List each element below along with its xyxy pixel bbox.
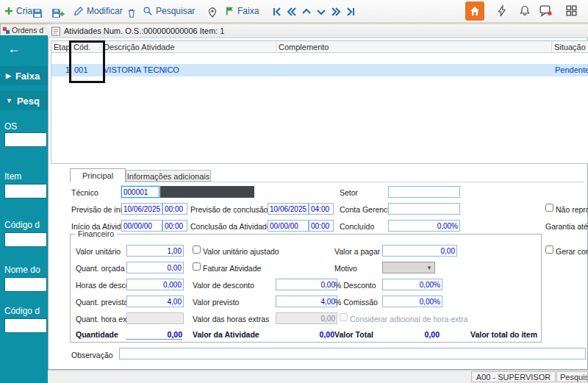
- motivo-select[interactable]: ▼: [382, 262, 435, 273]
- observacao-input[interactable]: [119, 348, 586, 359]
- status-bar: A00 - SUPERVISOR Pesquisar: [48, 370, 588, 383]
- valor-desconto-input[interactable]: [276, 279, 337, 290]
- nav-previous-button[interactable]: [285, 4, 298, 19]
- observacao-label: Observação: [71, 351, 113, 359]
- quantidade-value: 0,00: [126, 330, 182, 340]
- atividades-grid: Etapa Cód. Descrição Atividade Complemen…: [51, 40, 588, 164]
- col-header-complemento[interactable]: Complemento: [276, 41, 552, 53]
- col-header-situacao[interactable]: Situação: [552, 41, 588, 53]
- criar-button[interactable]: Criar: [4, 2, 35, 20]
- pin-icon: [207, 7, 218, 18]
- pct-comissao-label: % Comissão: [334, 298, 378, 307]
- nav-next-button[interactable]: [329, 4, 343, 19]
- quant-prevista-input[interactable]: [126, 296, 184, 307]
- horas-desconto-input[interactable]: [126, 279, 184, 290]
- save-button[interactable]: [32, 4, 43, 22]
- col-header-etapa[interactable]: Etapa: [51, 41, 71, 53]
- os-input[interactable]: [4, 132, 47, 147]
- col-header-cod[interactable]: Cód.: [71, 41, 101, 53]
- back-arrow-icon[interactable]: ←: [7, 41, 21, 57]
- conta-gerencial-input[interactable]: [388, 203, 460, 215]
- tecnico-label: Técnico: [71, 188, 98, 197]
- pesquisar-button[interactable]: Pesquisar: [143, 2, 195, 20]
- pesquisar-label: Pesquisar: [156, 6, 195, 16]
- nao-reprogramar-checkbox[interactable]: [545, 204, 553, 212]
- valor-unitario-ajustado-checkbox[interactable]: [193, 246, 201, 254]
- nav-up-button[interactable]: [300, 4, 313, 19]
- save-new-button[interactable]: [51, 4, 65, 22]
- valor-unitario-label: Valor unitário: [76, 247, 121, 256]
- apps-grid-button[interactable]: [565, 4, 578, 18]
- plus-icon: [4, 7, 13, 15]
- bell-icon: [519, 4, 531, 17]
- valor-a-pagar-input[interactable]: [382, 245, 457, 257]
- valor-previsto-input[interactable]: [276, 296, 337, 307]
- quant-prevista-label: Quant. prevista: [76, 298, 128, 307]
- record-nav-group: [270, 3, 357, 21]
- sidebar-pesquisa-label: Pesq: [17, 96, 40, 107]
- quick-access-button[interactable]: [496, 4, 508, 19]
- codigo1-input[interactable]: [4, 232, 47, 247]
- tab-principal[interactable]: Principal: [70, 168, 126, 182]
- pct-comissao-input[interactable]: [382, 296, 442, 307]
- item-label: Item: [4, 171, 21, 182]
- document-icon: [3, 27, 10, 34]
- valor-total-value: 0,00: [382, 330, 440, 339]
- garantia-ate-label: Garantia até: [545, 222, 588, 231]
- delete-button[interactable]: [126, 4, 137, 22]
- chat-button[interactable]: [539, 4, 552, 18]
- gerar-conta-checkbox[interactable]: [545, 246, 553, 254]
- valor-unitario-ajustado-label: Valor unitário ajustado: [203, 247, 279, 256]
- conclusao-atividade-time-input[interactable]: [309, 220, 334, 232]
- location-button[interactable]: [207, 4, 218, 21]
- form-icon: [51, 26, 60, 36]
- nav-first-button[interactable]: [270, 4, 284, 19]
- setor-input[interactable]: [388, 186, 460, 198]
- tecnico-input[interactable]: [121, 186, 159, 198]
- faturar-atividade-checkbox[interactable]: [193, 262, 201, 271]
- valor-a-pagar-label: Valor a pagar: [334, 247, 380, 256]
- codigo2-input[interactable]: [4, 318, 47, 333]
- inicio-atividade-time-input[interactable]: [162, 220, 187, 232]
- previsao-inicio-time-input[interactable]: [162, 203, 187, 215]
- notifications-button[interactable]: [519, 4, 531, 18]
- cell-situacao: Pendente: [555, 64, 588, 76]
- considerar-adicional-label: Considerar adicional de hora extra: [350, 315, 468, 323]
- conta-gerencial-label: Conta Gerencial: [340, 205, 395, 214]
- conclusao-atividade-date-input[interactable]: [268, 220, 309, 232]
- faixa-button[interactable]: Faixa: [225, 2, 259, 20]
- chevron-down-icon: ▼: [6, 97, 12, 104]
- pct-desconto-input[interactable]: [382, 279, 442, 290]
- cell-descricao: VISTORIA TECNICO: [104, 64, 276, 76]
- valor-horas-extras-input: [276, 312, 337, 324]
- cell-cod: 001: [74, 64, 101, 76]
- nome-input[interactable]: [4, 277, 47, 292]
- concluido-input[interactable]: [388, 220, 460, 232]
- inicio-atividade-date-input[interactable]: [121, 220, 162, 232]
- previsao-inicio-date-input[interactable]: [121, 203, 162, 215]
- previsao-conclusao-date-input[interactable]: [268, 203, 309, 215]
- valor-atividade-label: Valor da Atividade: [193, 330, 259, 339]
- cell-etapa: 1: [51, 64, 70, 76]
- previsao-conclusao-label: Previsão de conclusão: [190, 205, 268, 214]
- modificar-button[interactable]: Modificar: [74, 2, 123, 20]
- os-label: OS: [4, 121, 17, 132]
- main-toolbar: Criar Modificar Pesquisar Faixa: [0, 0, 588, 23]
- valor-unitario-input[interactable]: [126, 245, 184, 257]
- setor-label: Setor: [340, 188, 358, 197]
- dialog-title: Atividades Num. O.S.:000000000006 Item: …: [64, 26, 224, 35]
- considerar-adicional-checkbox: [340, 313, 348, 321]
- search-icon: [143, 6, 153, 16]
- save-icon: [32, 8, 43, 18]
- home-button[interactable]: [465, 1, 484, 21]
- quant-orcada-input[interactable]: [126, 262, 184, 273]
- nav-down-button[interactable]: [315, 4, 328, 19]
- col-header-descricao[interactable]: Descrição Atividade: [101, 41, 276, 53]
- item-input[interactable]: [4, 184, 47, 198]
- grid-row-selected[interactable]: 1 001 VISTORIA TECNICO Pendente: [51, 64, 588, 76]
- previsao-conclusao-time-input[interactable]: [309, 203, 334, 215]
- sidebar-faixa-label: Faixa: [15, 71, 40, 82]
- nav-last-button[interactable]: [344, 4, 357, 19]
- tab-informacoes-adicionais[interactable]: Informações adicionais: [126, 170, 211, 182]
- pct-desconto-label: % Desconto: [334, 281, 376, 290]
